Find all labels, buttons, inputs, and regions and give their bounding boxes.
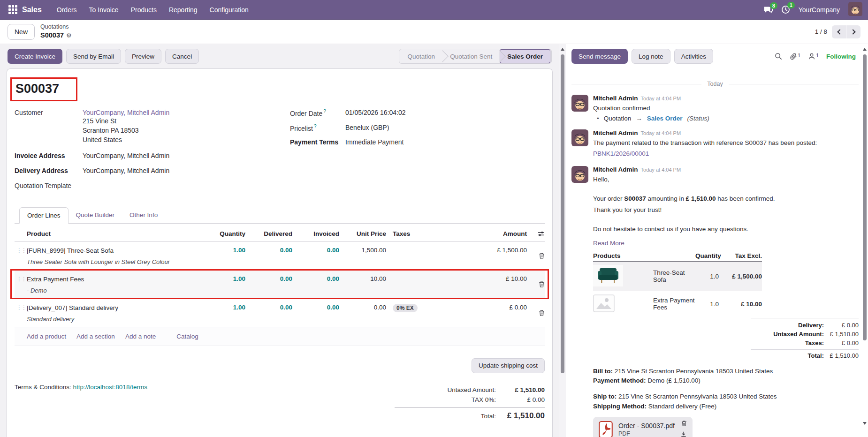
activities-icon[interactable]: 1 (781, 5, 790, 14)
send-by-email-button[interactable]: Send by Email (66, 49, 121, 64)
untaxed-amount-value: £ 1,510.00 (503, 386, 545, 393)
delivery-address-value[interactable]: YourCompany, Mitchell Admin (83, 167, 169, 174)
line-description[interactable]: Standard delivery (27, 316, 198, 323)
terms-link[interactable]: http://localhost:8018/terms (73, 384, 147, 391)
line-product[interactable]: [Delivery_007] Standard delivery (27, 304, 198, 313)
cancel-button[interactable]: Cancel (165, 49, 199, 64)
form-scrollbar-thumb[interactable] (561, 54, 564, 373)
line-product[interactable]: Extra Payment Fees (27, 275, 198, 284)
message-author[interactable]: Mitchell Admin (593, 166, 638, 173)
message-avatar[interactable] (571, 166, 588, 183)
line-description[interactable]: Three Seater Sofa with Lounger in Steel … (27, 258, 198, 265)
line-unit-price[interactable]: 10.00 (339, 275, 386, 294)
terms-and-conditions: Terms & Conditions: http://localhost:801… (15, 384, 147, 422)
add-product-link[interactable]: Add a product (27, 333, 66, 340)
drag-handle-icon[interactable]: ⋮⋮ (15, 276, 26, 282)
line-quantity[interactable]: 1.00 (198, 247, 245, 265)
order-line-row[interactable]: ⋮⋮ [Delivery_007] Standard delivery Stan… (15, 299, 545, 327)
add-note-link[interactable]: Add a note (125, 333, 156, 340)
apps-grid-icon[interactable] (8, 5, 17, 14)
scroll-up-arrow-icon[interactable] (863, 48, 867, 51)
menu-orders[interactable]: Orders (52, 3, 82, 16)
gear-icon[interactable]: ⚙ (66, 32, 72, 39)
shipping-method-value: Standard delivery (Free) (648, 403, 717, 410)
line-delivered[interactable]: 0.00 (245, 275, 292, 294)
line-delivered[interactable]: 0.00 (245, 247, 292, 265)
delete-line-button[interactable] (539, 309, 545, 316)
scroll-down-arrow-icon[interactable] (863, 422, 867, 425)
line-invoiced[interactable]: 0.00 (292, 275, 339, 294)
update-shipping-cost-button[interactable]: Update shipping cost (472, 358, 545, 373)
line-invoiced[interactable]: 0.00 (292, 304, 339, 323)
menu-reporting[interactable]: Reporting (164, 3, 202, 16)
add-section-link[interactable]: Add a section (76, 333, 115, 340)
delete-line-button[interactable] (539, 252, 545, 259)
breadcrumb-quotations[interactable]: Quotations (40, 23, 72, 31)
order-line-row[interactable]: ⋮⋮ Extra Payment Fees - Demo 1.00 0.00 0… (15, 270, 545, 299)
tax-tag[interactable]: 0% EX (393, 304, 418, 312)
payment-terms-value[interactable]: Immediate Payment (345, 138, 404, 146)
message-author[interactable]: Mitchell Admin (593, 129, 638, 136)
download-attachment-button[interactable] (680, 431, 687, 437)
new-button[interactable]: New (8, 24, 35, 40)
status-quotation-sent[interactable]: Quotation Sent (442, 49, 500, 63)
payment-reference-link[interactable]: PBNK1/2026/00001 (593, 150, 649, 157)
app-name[interactable]: Sales (22, 6, 42, 14)
preview-button[interactable]: Preview (125, 49, 161, 64)
scroll-up-arrow-icon[interactable] (561, 48, 564, 51)
email-col-products: Products (593, 252, 653, 259)
form-scrollbar[interactable] (559, 44, 566, 437)
chatter-scrollbar-thumb[interactable] (863, 54, 867, 340)
line-invoiced[interactable]: 0.00 (292, 247, 339, 265)
followers-button[interactable]: 1 (808, 53, 819, 60)
line-unit-price[interactable]: 1,500.00 (339, 247, 386, 265)
menu-products[interactable]: Products (126, 3, 161, 16)
drag-handle-icon[interactable]: ⋮⋮ (15, 304, 26, 311)
line-quantity[interactable]: 1.00 (198, 304, 245, 323)
line-taxes[interactable] (386, 275, 442, 294)
attachment-card[interactable]: Order - S00037.pdf PDF (593, 417, 693, 437)
line-description[interactable]: - Demo (27, 287, 198, 294)
pricelist-value[interactable]: Benelux (GBP) (345, 124, 389, 132)
create-invoice-button[interactable]: Create Invoice (8, 49, 62, 64)
messages-icon[interactable]: 8 (763, 6, 773, 14)
line-quantity[interactable]: 1.00 (198, 275, 245, 294)
message-author[interactable]: Mitchell Admin (593, 95, 638, 102)
invoice-address-value[interactable]: YourCompany, Mitchell Admin (83, 152, 169, 159)
tab-quote-builder[interactable]: Quote Builder (69, 207, 122, 223)
activities-button[interactable]: Activities (674, 49, 713, 64)
order-date-value[interactable]: 01/05/2026 16:04:02 (345, 109, 405, 117)
search-messages-button[interactable] (775, 53, 782, 60)
message-avatar[interactable] (571, 95, 588, 112)
status-sales-order[interactable]: Sales Order (500, 49, 550, 63)
company-name[interactable]: YourCompany (799, 6, 840, 14)
pager-next-button[interactable] (846, 25, 860, 38)
tab-order-lines[interactable]: Order Lines (19, 207, 69, 224)
avatar-image (571, 129, 588, 146)
line-delivered[interactable]: 0.00 (245, 304, 292, 323)
line-product[interactable]: [FURN_8999] Three-Seat Sofa (27, 247, 198, 256)
delete-line-button[interactable] (539, 281, 545, 288)
attachments-button[interactable]: 1 (790, 53, 800, 60)
chatter-scrollbar[interactable] (861, 44, 868, 437)
tab-other-info[interactable]: Other Info (122, 207, 165, 223)
customer-link[interactable]: YourCompany, Mitchell Admin (83, 109, 169, 116)
message-avatar[interactable] (571, 129, 588, 146)
user-avatar[interactable] (848, 2, 862, 17)
order-line-row[interactable]: ⋮⋮ [FURN_8999] Three-Seat Sofa Three Sea… (15, 241, 545, 270)
menu-configuration[interactable]: Configuration (205, 3, 253, 16)
following-toggle[interactable]: Following (826, 53, 856, 60)
menu-to-invoice[interactable]: To Invoice (84, 3, 123, 16)
read-more-link[interactable]: Read More (593, 240, 624, 247)
catalog-link[interactable]: Catalog (176, 333, 198, 340)
drag-handle-icon[interactable]: ⋮⋮ (15, 247, 26, 254)
pager-previous-button[interactable] (832, 25, 846, 38)
log-note-button[interactable]: Log note (632, 49, 670, 64)
attachment-name[interactable]: Order - S00037.pdf (618, 422, 675, 429)
total-label: Total: (481, 413, 496, 420)
line-taxes[interactable] (386, 247, 442, 265)
line-unit-price[interactable]: 0.00 (339, 304, 386, 323)
delete-attachment-button[interactable] (681, 420, 687, 428)
optional-columns-button[interactable] (527, 231, 545, 237)
send-message-button[interactable]: Send message (571, 49, 628, 64)
